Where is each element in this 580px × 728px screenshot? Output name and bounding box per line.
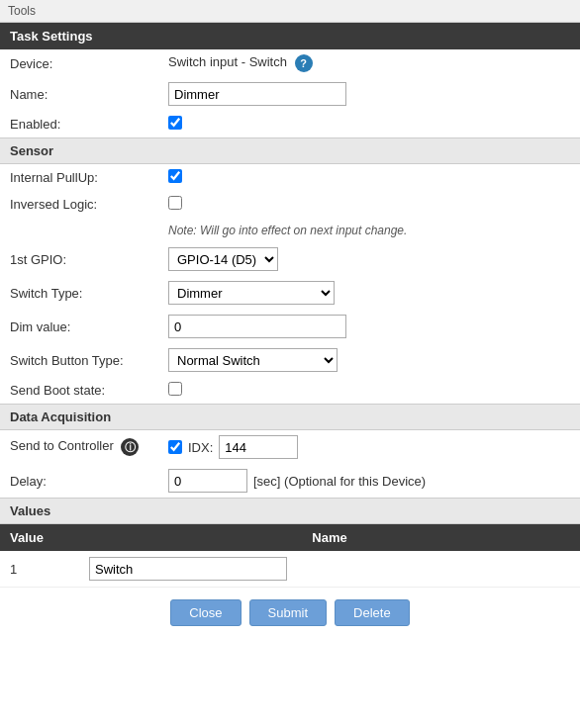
inversed-logic-label: Inversed Logic: [0,191,158,218]
switch-button-type-select[interactable]: Normal Switch Push Button Active Low Pus… [168,348,338,372]
delay-row-tr: Delay: [sec] (Optional for this Device) [0,464,580,498]
switch-type-label: Switch Type: [0,276,158,310]
inversed-logic-cell [158,191,580,218]
col-value-header: Value [0,524,79,551]
send-to-controller-row: Send to Controller ⓘ IDX: [0,430,580,464]
inversed-logic-checkbox[interactable] [168,196,182,210]
values-header-row: Value Name [0,524,580,551]
dim-value-row: Dim value: [0,310,580,343]
dim-value-cell [158,310,580,343]
gpio-select-cell: GPIO-14 (D5) GPIO-0 GPIO-2 GPIO-4 GPIO-5 [158,242,580,276]
top-bar: Tools [0,0,580,23]
switch-type-cell: Dimmer Normal Switch Push Button Active … [158,276,580,310]
internal-pullup-label: Internal PullUp: [0,164,158,191]
send-to-controller-cell: IDX: [158,430,580,464]
button-row: Close Submit Delete [0,588,580,638]
dim-value-label: Dim value: [0,310,158,343]
value-cell: 1 [0,551,79,588]
help-icon[interactable]: ? [295,54,313,72]
close-button[interactable]: Close [170,599,241,626]
delete-button[interactable]: Delete [335,599,410,626]
values-header: Values [0,498,580,524]
internal-pullup-row: Internal PullUp: [0,164,580,191]
internal-pullup-checkbox[interactable] [168,169,182,183]
gpio-label: 1st GPIO: [0,242,158,276]
delay-row: [sec] (Optional for this Device) [168,469,570,493]
name-cell [79,551,580,588]
switch-type-select[interactable]: Dimmer Normal Switch Push Button Active … [168,281,335,305]
col-name-header: Name [79,524,580,551]
idx-label: IDX: [188,440,213,455]
device-value: Switch input - Switch [168,54,287,69]
send-boot-state-label: Send Boot state: [0,377,158,404]
name-input[interactable] [168,82,346,106]
task-settings-table: Device: Switch input - Switch ? Name: En… [0,49,580,137]
submit-button[interactable]: Submit [249,599,327,626]
top-bar-label: Tools [8,4,36,18]
send-boot-state-cell [158,377,580,404]
device-label: Device: [0,49,158,77]
idx-input[interactable] [219,435,298,459]
enabled-row: Enabled: [0,111,580,137]
delay-label: Delay: [0,464,158,498]
switch-button-type-row: Switch Button Type: Normal Switch Push B… [0,343,580,377]
enabled-checkbox[interactable] [168,116,182,130]
send-to-controller-checkbox[interactable] [168,440,182,454]
delay-input[interactable] [168,469,247,493]
sensor-header: Sensor [0,137,580,164]
send-boot-state-checkbox[interactable] [168,382,182,396]
idx-row: IDX: [168,435,570,459]
task-settings-header: Task Settings [0,23,580,49]
enabled-checkbox-cell [158,111,580,137]
send-boot-state-row: Send Boot state: [0,377,580,404]
values-table: Value Name 1 [0,524,580,588]
switch-button-type-label: Switch Button Type: [0,343,158,377]
data-acquisition-table: Send to Controller ⓘ IDX: Delay: [sec] (… [0,430,580,498]
device-value-cell: Switch input - Switch ? [158,49,580,77]
name-input-cell [158,77,580,111]
sensor-table: Internal PullUp: Inversed Logic: Note: W… [0,164,580,404]
inversed-logic-row: Inversed Logic: [0,191,580,218]
note-cell: Note: Will go into effect on next input … [158,218,580,242]
value-name-input[interactable] [89,557,287,581]
delay-unit: [sec] (Optional for this Device) [253,474,426,489]
enabled-label: Enabled: [0,111,158,137]
note-text: Note: Will go into effect on next input … [168,224,407,237]
gpio-select[interactable]: GPIO-14 (D5) GPIO-0 GPIO-2 GPIO-4 GPIO-5 [168,247,278,271]
name-row: Name: [0,77,580,111]
gpio-row: 1st GPIO: GPIO-14 (D5) GPIO-0 GPIO-2 GPI… [0,242,580,276]
info-icon[interactable]: ⓘ [121,438,139,456]
device-row: Device: Switch input - Switch ? [0,49,580,77]
delay-cell: [sec] (Optional for this Device) [158,464,580,498]
note-row: Note: Will go into effect on next input … [0,218,580,242]
name-label: Name: [0,77,158,111]
switch-type-row: Switch Type: Dimmer Normal Switch Push B… [0,276,580,310]
dim-value-input[interactable] [168,315,346,338]
switch-button-type-cell: Normal Switch Push Button Active Low Pus… [158,343,580,377]
table-row: 1 [0,551,580,588]
data-acquisition-header: Data Acquisition [0,404,580,430]
send-to-controller-label: Send to Controller ⓘ [0,430,158,464]
internal-pullup-cell [158,164,580,191]
